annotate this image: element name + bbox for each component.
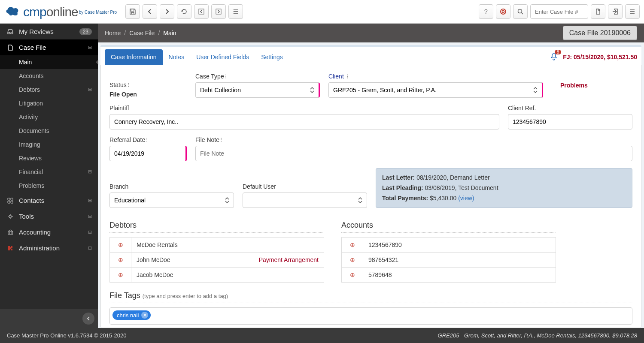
tag-chip: chris nall ✕ xyxy=(112,310,151,320)
expand-icon: ⊞ xyxy=(88,229,92,235)
topbar: cmponline by Case Master Pro ? xyxy=(0,0,644,24)
sidebar-item-accounting[interactable]: Accounting⊞ xyxy=(0,224,98,240)
sidebar-collapse xyxy=(0,309,98,328)
add-icon[interactable]: ⊕ xyxy=(342,253,363,268)
sidebar-sub-activity[interactable]: Activity xyxy=(0,110,98,124)
gear-icon xyxy=(6,213,15,220)
payment-arrangement-tag: Payment Arrangement xyxy=(259,256,319,263)
accounts-table: ⊕1234567890 ⊕987654321 ⊕5789648 xyxy=(341,237,556,283)
problems-link[interactable]: Problems xyxy=(560,82,588,89)
case-search-input[interactable] xyxy=(530,4,588,19)
sidebar-sub-main[interactable]: Main xyxy=(0,55,98,69)
sidebar-sub-litigation[interactable]: Litigation xyxy=(0,96,98,110)
footer-version: Case Master Pro Online v1.6.7534 © 2015-… xyxy=(7,332,126,339)
sidebar-sub-accounts[interactable]: Accounts xyxy=(0,69,98,83)
sidebar-sub-debtors[interactable]: Debtors⊞ xyxy=(0,83,98,96)
default-user-select[interactable] xyxy=(243,193,367,208)
list-button[interactable] xyxy=(228,4,243,19)
table-row[interactable]: ⊕Jacob McDoe xyxy=(110,268,324,283)
view-payments-link[interactable]: (view) xyxy=(458,195,474,202)
collapse-sidebar-button[interactable] xyxy=(82,313,94,325)
table-row[interactable]: ⊕5789648 xyxy=(342,268,556,283)
sidebar-label: My Reviews xyxy=(19,28,54,35)
add-icon[interactable]: ⊕ xyxy=(342,238,363,253)
sidebar-sub-reviews[interactable]: Reviews xyxy=(0,151,98,165)
search-button[interactable] xyxy=(513,4,528,19)
table-row[interactable]: ⊕McDoe Rentals xyxy=(110,238,324,253)
expand-icon: ⊞ xyxy=(88,198,92,203)
file-tags-input[interactable]: chris nall ✕ xyxy=(109,307,632,325)
sidebar-sub-problems[interactable]: Problems xyxy=(0,179,98,193)
client-select[interactable]: GRE205 - Grem, Scott, and Ritter, P.A. xyxy=(328,82,543,98)
sidebar-item-case-file[interactable]: Case File ⊟ xyxy=(0,39,98,55)
document-button[interactable] xyxy=(591,4,605,19)
expand-icon: ⊞ xyxy=(88,169,92,175)
sidebar-label: Case File xyxy=(19,44,46,51)
add-icon[interactable]: ⊕ xyxy=(342,268,363,283)
notification-count: 8 xyxy=(555,50,562,54)
referral-date-input[interactable] xyxy=(109,146,187,161)
svg-point-3 xyxy=(502,11,504,13)
client-ref-label: Client Ref. xyxy=(508,105,632,111)
referral-date-label: Referral Date⁝ xyxy=(109,136,187,143)
add-icon[interactable]: ⊕ xyxy=(110,253,131,268)
notifications-bell[interactable]: 8 xyxy=(549,52,559,62)
menu-button[interactable] xyxy=(625,4,640,19)
inbox-icon xyxy=(6,28,15,35)
help-button[interactable]: ? xyxy=(479,4,493,19)
tab-settings[interactable]: Settings xyxy=(255,49,289,65)
client-label[interactable]: Client ⁝ xyxy=(328,73,543,80)
save-button[interactable] xyxy=(125,4,140,19)
form-panel: Status⁝ File Open Case Type⁝ Debt Collec… xyxy=(100,65,641,328)
sidebar-item-contacts[interactable]: Contacts⊞ xyxy=(0,193,98,208)
status-value: File Open xyxy=(109,91,187,98)
panel-left-button[interactable] xyxy=(194,4,209,19)
sidebar-item-tools[interactable]: Tools⊞ xyxy=(0,208,98,224)
tab-case-information[interactable]: Case Information xyxy=(105,49,163,65)
tab-notes[interactable]: Notes xyxy=(163,49,191,65)
grid-icon xyxy=(6,197,15,204)
case-file-badge[interactable]: Case File 20190006 xyxy=(563,26,637,40)
lifesaver-button[interactable] xyxy=(496,4,510,19)
file-note-input[interactable] xyxy=(195,146,632,161)
summary-info-box: Last Letter: 08/19/2020, Demand Letter L… xyxy=(376,168,632,208)
plaintiff-input[interactable] xyxy=(109,114,499,129)
footer-summary: GRE205 - Grem, Scott, and Ritter, P.A., … xyxy=(438,332,637,339)
sidebar-sub-imaging[interactable]: Imaging xyxy=(0,138,98,151)
table-row[interactable]: ⊕John McDoePayment Arrangement xyxy=(110,253,324,268)
breadcrumb-home[interactable]: Home xyxy=(105,30,121,36)
branch-select[interactable]: Educational xyxy=(109,193,234,208)
add-icon[interactable]: ⊕ xyxy=(110,238,131,253)
footer: Case Master Pro Online v1.6.7534 © 2015-… xyxy=(0,328,644,343)
case-type-select[interactable]: Debt Collection xyxy=(195,82,320,98)
breadcrumb: Home / Case File / Main Case File 201900… xyxy=(98,24,644,42)
puzzle-icon xyxy=(6,245,15,252)
panel-right-button[interactable] xyxy=(211,4,226,19)
branch-label: Branch xyxy=(109,183,234,190)
breadcrumb-current: Main xyxy=(163,30,176,36)
sidebar-item-my-reviews[interactable]: My Reviews 23 xyxy=(0,24,98,39)
debtors-table: ⊕McDoe Rentals ⊕John McDoePayment Arrang… xyxy=(109,237,324,283)
logout-button[interactable] xyxy=(608,4,623,19)
logo-subtitle: by Case Master Pro xyxy=(79,10,117,15)
expand-icon: ⊞ xyxy=(88,214,92,219)
sidebar-item-administration[interactable]: Administration⊞ xyxy=(0,240,98,256)
tab-user-defined-fields[interactable]: User Defined Fields xyxy=(190,49,255,65)
remove-tag-icon[interactable]: ✕ xyxy=(141,312,148,319)
table-row[interactable]: ⊕987654321 xyxy=(342,253,556,268)
logo-text: cmponline xyxy=(23,5,78,19)
collapse-icon: ⊟ xyxy=(88,45,92,50)
forward-button[interactable] xyxy=(160,4,174,19)
sidebar-sub-documents[interactable]: Documents xyxy=(0,124,98,138)
sidebar-sub-financial[interactable]: Financial⊞ xyxy=(0,165,98,179)
add-icon[interactable]: ⊕ xyxy=(110,268,131,283)
refresh-button[interactable] xyxy=(177,4,191,19)
tabs: Case Information Notes User Defined Fiel… xyxy=(100,45,641,65)
table-row[interactable]: ⊕1234567890 xyxy=(342,238,556,253)
case-type-label: Case Type⁝ xyxy=(195,73,320,80)
file-note-label: File Note⁝ xyxy=(195,136,632,143)
breadcrumb-casefile[interactable]: Case File xyxy=(129,30,155,36)
bank-icon xyxy=(6,229,15,236)
client-ref-input[interactable] xyxy=(508,114,632,129)
back-button[interactable] xyxy=(143,4,157,19)
